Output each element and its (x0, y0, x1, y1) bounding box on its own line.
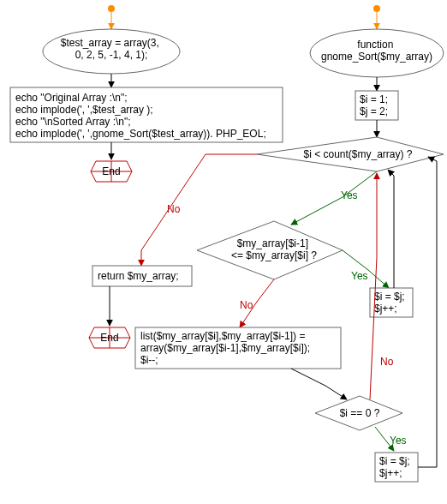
flowchart-canvas: $test_array = array(3, 0, 2, 5, -1, 4, 1… (0, 0, 447, 504)
label-yes-2: Yes (351, 270, 368, 282)
label-no-3: No (380, 356, 394, 368)
label-yes-1: Yes (341, 189, 358, 201)
node-end-right-text: End (100, 332, 118, 344)
label-no-2: No (240, 299, 253, 311)
label-no-1: No (167, 203, 181, 215)
node-cond-count-text: $i < count($my_array) ? (303, 148, 412, 160)
node-end-left-text: End (102, 165, 120, 177)
node-cond-cmp-text: $my_array[$i-1] <= $my_array[$i] ? (231, 237, 317, 261)
start-dot-right (373, 5, 380, 12)
node-init-ij-text: $i = 1; $j = 2; (360, 93, 390, 117)
node-return-text: return $my_array; (98, 270, 179, 282)
node-end-left: End (91, 161, 132, 182)
node-test-array-text: $test_array = array(3, 0, 2, 5, -1, 4, 1… (61, 37, 162, 61)
node-end-right: End (89, 327, 130, 348)
label-yes-3: Yes (390, 435, 407, 447)
start-dot-left (108, 5, 115, 12)
node-cond-zero-text: $i == 0 ? (340, 407, 380, 419)
